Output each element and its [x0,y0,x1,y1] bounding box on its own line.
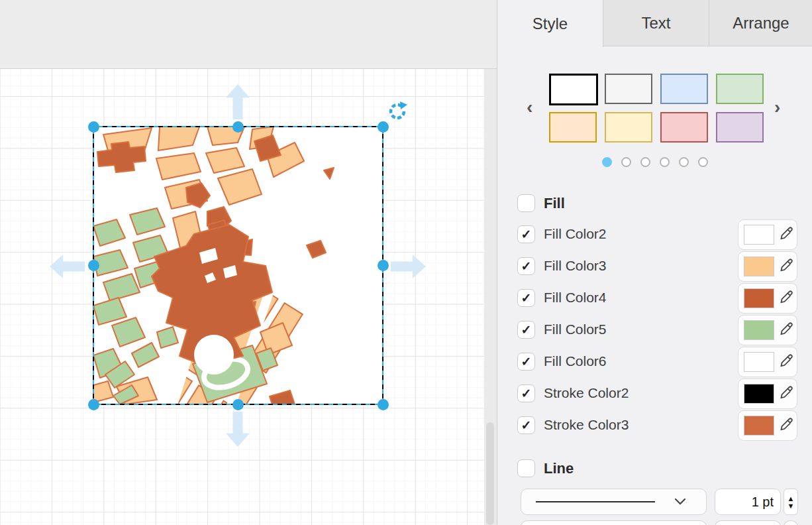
selected-map-shape[interactable] [93,127,383,404]
rotate-handle-icon[interactable] [387,101,408,122]
editor-area [0,0,497,525]
line-width-stepper: ▲ ▼ [784,489,798,515]
fill-color3-row: ✓ Fill Color3 [517,251,797,282]
fill-row: Fill [517,188,797,219]
tab-text[interactable]: Text [603,0,709,46]
eyedropper-icon [779,386,795,402]
handle-middle-right[interactable] [378,260,389,271]
line-style-preview [536,501,655,502]
fill-color4-checkbox[interactable]: ✓ [517,289,535,307]
fill-checkbox[interactable] [517,194,535,212]
palette-swatch[interactable] [716,74,764,104]
line-width-input[interactable] [715,489,781,515]
tab-style[interactable]: Style [497,0,603,47]
palette-swatch[interactable] [660,112,708,143]
fill-color3-swatch [744,257,774,276]
scrollbar-thumb[interactable] [486,422,494,525]
fill-color3-button[interactable] [738,251,797,282]
palette-page-dots [497,157,812,167]
stroke-color3-swatch [744,416,774,436]
palette-next-button[interactable]: › [774,97,780,118]
toolbar-empty-area [0,0,497,69]
palette-swatch[interactable] [605,112,652,143]
fill-color6-row: ✓ Fill Color6 [517,346,797,378]
handle-top-middle[interactable] [232,121,244,133]
fill-color6-checkbox[interactable]: ✓ [517,353,535,371]
stroke-color2-button[interactable] [738,379,797,409]
stroke-color2-swatch [744,384,774,404]
palette-prev-button[interactable]: ‹ [527,97,533,118]
format-tabbar: Style Text Arrange [497,0,812,46]
fill-color4-label: Fill Color4 [544,290,607,306]
fill-color5-row: ✓ Fill Color5 [517,314,797,346]
app-window: Style Text Arrange ‹ › Fill ✓ [0,0,812,525]
handle-bottom-left[interactable] [88,399,99,410]
page-dot[interactable] [621,157,631,167]
palette-swatch[interactable] [549,74,598,105]
partial-input [715,520,781,525]
eyedropper-icon [779,418,795,434]
stroke-color3-button[interactable] [738,410,797,441]
handle-bottom-middle[interactable] [232,399,244,410]
fill-color4-button[interactable] [738,283,797,314]
eyedropper-icon [779,227,795,243]
line-checkbox[interactable] [517,459,535,477]
fill-color5-swatch [744,320,774,340]
page-dot[interactable] [640,157,650,167]
handle-middle-left[interactable] [88,260,99,271]
palette-swatch[interactable] [605,74,652,104]
palette-swatch[interactable] [660,74,708,104]
fill-color3-label: Fill Color3 [544,258,607,274]
fill-color2-label: Fill Color2 [544,226,607,242]
eyedropper-icon [779,354,795,370]
stroke-color2-checkbox[interactable]: ✓ [517,384,535,402]
palette-swatch[interactable] [716,112,764,143]
line-label: Line [544,460,574,477]
tab-arrange[interactable]: Arrange [709,0,812,46]
page-dot[interactable] [602,157,612,167]
partial-dropdown [521,520,707,525]
partial-stepper [784,520,798,525]
fill-label: Fill [544,195,565,212]
fill-color6-swatch [744,352,774,372]
stroke-color3-checkbox[interactable]: ✓ [517,416,535,434]
fill-color2-swatch [744,225,774,245]
page-dot[interactable] [660,157,670,167]
eyedropper-icon [779,290,795,306]
fill-color2-button[interactable] [738,219,797,250]
eyedropper-icon [779,322,795,338]
fill-color4-row: ✓ Fill Color4 [517,282,797,314]
handle-bottom-right[interactable] [378,399,389,410]
line-row: Line [517,453,797,485]
fill-color5-label: Fill Color5 [544,321,607,337]
handle-top-right[interactable] [378,121,389,133]
chevron-down-icon [675,498,685,505]
stepper-up-button[interactable]: ▲ [787,495,795,502]
fill-color2-checkbox[interactable]: ✓ [517,225,535,243]
fill-color4-swatch [744,288,774,308]
handle-top-left[interactable] [88,121,99,133]
page-dot[interactable] [698,157,708,167]
palette-swatch[interactable] [549,112,597,143]
fill-color5-checkbox[interactable]: ✓ [517,321,535,339]
fill-color3-checkbox[interactable]: ✓ [517,257,535,275]
fill-color5-button[interactable] [738,315,797,345]
page-dot[interactable] [679,157,689,167]
fill-color6-label: Fill Color6 [544,353,607,369]
stepper-down-button[interactable]: ▼ [787,502,795,509]
vertical-scrollbar [484,69,497,525]
stroke-color3-label: Stroke Color3 [544,417,629,433]
fill-color2-row: ✓ Fill Color2 [517,219,797,251]
line-style-dropdown[interactable] [521,489,707,515]
stroke-color2-row: ✓ Stroke Color2 [517,378,797,410]
format-panel: Style Text Arrange ‹ › Fill ✓ [497,0,812,525]
stroke-color3-row: ✓ Stroke Color3 [517,410,797,441]
stroke-color2-label: Stroke Color2 [544,385,629,401]
eyedropper-icon [779,259,795,274]
fill-color6-button[interactable] [738,347,797,377]
